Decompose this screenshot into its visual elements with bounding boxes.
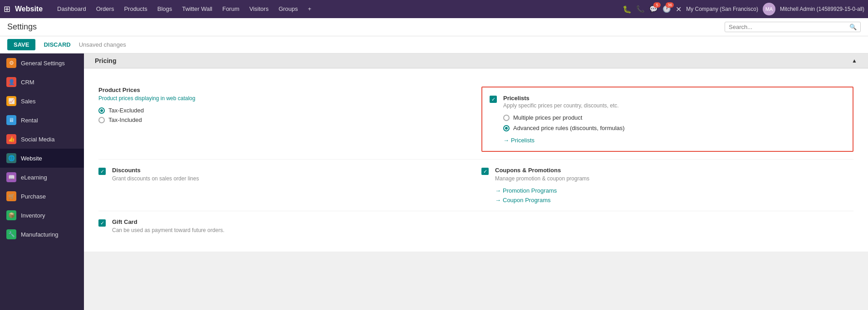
toolbar: SAVE DISCARD Unsaved changes xyxy=(0,36,868,53)
tax-excluded-option[interactable]: Tax-Excluded xyxy=(98,107,195,114)
coupons-info: Coupons & Promotions Manage promotion & … xyxy=(495,167,589,203)
unsaved-changes-label: Unsaved changes xyxy=(79,41,126,48)
sidebar-item-inventory[interactable]: 📦 Inventory xyxy=(0,206,84,225)
tax-radio-group: Tax-Excluded Tax-Included xyxy=(98,107,195,123)
pricelists-link[interactable]: Pricelists xyxy=(503,137,845,144)
nav-products[interactable]: Products xyxy=(119,0,152,18)
discounts-checkbox[interactable]: ✓ xyxy=(98,168,106,175)
website-icon: 🌐 xyxy=(6,153,16,163)
pricelists-desc: Apply specific prices per country, disco… xyxy=(503,102,845,109)
coupons-title: Coupons & Promotions xyxy=(495,167,589,174)
phone-icon[interactable]: 📞 xyxy=(636,5,645,13)
sidebar-item-social-media[interactable]: 👍 Social Media xyxy=(0,130,84,149)
search-icon[interactable]: 🔍 xyxy=(849,24,857,30)
advanced-price-label: Advanced price rules (discounts, formula… xyxy=(513,125,625,131)
sidebar-item-manufacturing-label: Manufacturing xyxy=(21,231,58,238)
page-header: Settings 🔍 xyxy=(0,18,868,36)
coupon-programs-link[interactable]: Coupon Programs xyxy=(495,197,589,203)
product-prices-col: Product Prices Product prices displaying… xyxy=(98,87,471,152)
coupons-desc: Manage promotion & coupon programs xyxy=(495,175,589,182)
top-navigation: ⊞ Website Dashboard Orders Products Blog… xyxy=(0,0,868,18)
nav-twitter-wall[interactable]: Twitter Wall xyxy=(177,0,217,18)
save-button[interactable]: SAVE xyxy=(7,39,35,50)
page-title: Settings xyxy=(7,22,37,32)
nav-forum[interactable]: Forum xyxy=(218,0,244,18)
sales-icon: 📈 xyxy=(6,96,16,106)
gift-card-info: Gift Card Can be used as payment toward … xyxy=(112,218,224,233)
sidebar-item-sales[interactable]: 📈 Sales xyxy=(0,92,84,111)
sidebar-item-sales-label: Sales xyxy=(21,98,36,105)
tax-excluded-label: Tax-Excluded xyxy=(108,107,144,114)
sidebar-item-rental-label: Rental xyxy=(21,117,38,124)
activity-icon[interactable]: 🕐 36 xyxy=(662,5,671,13)
nav-orders[interactable]: Orders xyxy=(92,0,119,18)
crm-icon: 👤 xyxy=(6,77,16,87)
sidebar-item-elearning[interactable]: 📖 eLearning xyxy=(0,168,84,187)
content-area: ⚙ General Settings 👤 CRM 📈 Sales 🖥 Renta… xyxy=(0,53,868,310)
sidebar-item-rental[interactable]: 🖥 Rental xyxy=(0,111,84,130)
nav-dashboard[interactable]: Dashboard xyxy=(53,0,91,18)
coupons-checkbox[interactable]: ✓ xyxy=(481,168,489,175)
tax-included-radio[interactable] xyxy=(98,117,105,123)
pricelists-checkbox[interactable]: ✓ xyxy=(490,96,497,103)
product-prices-desc: Product prices displaying in web catalog xyxy=(98,95,195,102)
sidebar-item-inventory-label: Inventory xyxy=(21,212,45,219)
pricing-row-2: ✓ Discounts Grant discounts on sales ord… xyxy=(98,160,853,211)
user-name: Mitchell Admin (14589929-15-0-all) xyxy=(780,6,864,12)
tax-included-label: Tax-Included xyxy=(108,116,142,123)
pricelists-col: ✓ Pricelists Apply specific prices per c… xyxy=(471,87,853,152)
discounts-desc: Grant discounts on sales order lines xyxy=(112,175,199,182)
sidebar-item-website-label: Website xyxy=(21,155,42,162)
advanced-price-option[interactable]: Advanced price rules (discounts, formula… xyxy=(503,125,845,131)
nav-add[interactable]: + xyxy=(304,0,316,18)
tax-included-option[interactable]: Tax-Included xyxy=(98,116,195,123)
nav-visitors[interactable]: Visitors xyxy=(245,0,273,18)
rental-icon: 🖥 xyxy=(6,115,16,125)
section-title: Pricing xyxy=(95,57,116,64)
sidebar-item-crm[interactable]: 👤 CRM xyxy=(0,73,84,92)
pricing-row-1: Product Prices Product prices displaying… xyxy=(98,79,853,160)
multiple-prices-label: Multiple prices per product xyxy=(513,114,582,121)
apps-grid-icon[interactable]: ⊞ xyxy=(4,4,10,14)
sidebar-item-crm-label: CRM xyxy=(21,79,34,86)
discounts-col: ✓ Discounts Grant discounts on sales ord… xyxy=(98,167,471,203)
gift-card-right-col xyxy=(471,218,853,233)
company-name: My Company (San Francisco) xyxy=(686,6,758,12)
sidebar-item-purchase[interactable]: 🛒 Purchase xyxy=(0,187,84,206)
nav-groups[interactable]: Groups xyxy=(274,0,303,18)
sidebar-item-manufacturing[interactable]: 🔧 Manufacturing xyxy=(0,225,84,244)
sidebar-item-elearning-label: eLearning xyxy=(21,174,47,181)
gift-card-checkbox[interactable]: ✓ xyxy=(98,219,106,227)
nav-blogs[interactable]: Blogs xyxy=(153,0,177,18)
chat-badge: 5 xyxy=(653,2,661,8)
user-avatar[interactable]: MA xyxy=(763,3,775,15)
tax-excluded-radio[interactable] xyxy=(98,107,105,114)
coupons-col: ✓ Coupons & Promotions Manage promotion … xyxy=(471,167,853,203)
pricelists-title: Pricelists xyxy=(503,95,845,102)
gift-card-title: Gift Card xyxy=(112,218,224,225)
promotion-programs-link[interactable]: Promotion Programs xyxy=(495,187,589,194)
search-input[interactable] xyxy=(729,24,849,30)
sidebar-item-website[interactable]: 🌐 Website xyxy=(0,149,84,168)
coupons-links: Promotion Programs Coupon Programs xyxy=(495,187,589,203)
sidebar-item-social-label: Social Media xyxy=(21,136,54,143)
search-bar[interactable]: 🔍 xyxy=(725,22,861,32)
close-icon[interactable]: ✕ xyxy=(676,5,682,14)
collapse-icon[interactable]: ▲ xyxy=(852,58,857,64)
chat-icon[interactable]: 💬 5 xyxy=(649,5,658,13)
brand-logo: Website xyxy=(15,5,43,13)
discard-button[interactable]: DISCARD xyxy=(39,39,75,50)
inventory-icon: 📦 xyxy=(6,210,16,220)
sidebar: ⚙ General Settings 👤 CRM 📈 Sales 🖥 Renta… xyxy=(0,53,84,310)
bug-icon[interactable]: 🐛 xyxy=(623,5,632,14)
general-settings-icon: ⚙ xyxy=(6,58,16,68)
multiple-prices-option[interactable]: Multiple prices per product xyxy=(503,114,845,121)
discounts-info: Discounts Grant discounts on sales order… xyxy=(112,167,199,182)
advanced-price-radio[interactable] xyxy=(503,125,510,131)
product-prices-title: Product Prices xyxy=(98,87,195,93)
pricelists-box: ✓ Pricelists Apply specific prices per c… xyxy=(481,87,853,152)
sidebar-item-general-label: General Settings xyxy=(21,60,65,67)
multiple-prices-radio[interactable] xyxy=(503,115,510,121)
sidebar-item-general-settings[interactable]: ⚙ General Settings xyxy=(0,53,84,73)
purchase-icon: 🛒 xyxy=(6,191,16,201)
